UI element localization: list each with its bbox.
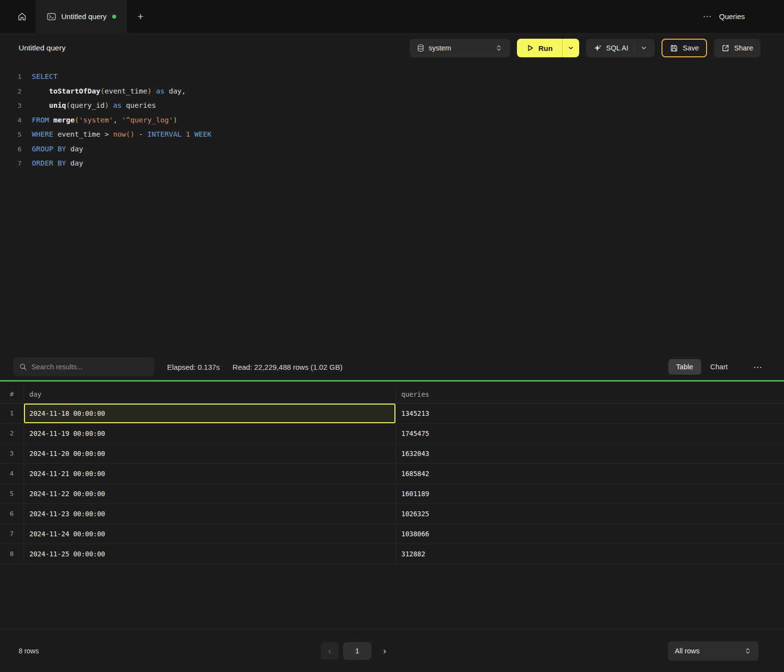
table-row: 12024-11-18 00:00:001345213 bbox=[0, 404, 784, 424]
table-cell[interactable]: 2024-11-23 00:00:00 bbox=[24, 504, 395, 524]
code-line[interactable]: 5WHERE event_time > now() - INTERVAL 1 W… bbox=[11, 127, 784, 142]
table-cell[interactable]: 2024-11-20 00:00:00 bbox=[24, 444, 395, 463]
tab-label: Untitled query bbox=[61, 12, 107, 21]
results-search[interactable] bbox=[13, 358, 154, 376]
table-cell[interactable]: 1601189 bbox=[395, 484, 784, 504]
row-count: 8 rows bbox=[19, 647, 39, 655]
code-line[interactable]: 3 uniq(query_id) as queries bbox=[11, 98, 784, 113]
sql-ai-button[interactable]: SQL AI bbox=[586, 39, 655, 57]
table-cell[interactable]: 1745475 bbox=[395, 424, 784, 443]
next-page-button[interactable]: › bbox=[376, 642, 393, 660]
new-tab-button[interactable]: + bbox=[127, 0, 154, 33]
line-number: 4 bbox=[11, 113, 28, 128]
queries-link[interactable]: Queries bbox=[719, 12, 745, 21]
home-tab[interactable] bbox=[8, 0, 36, 33]
search-input[interactable] bbox=[31, 363, 148, 371]
sql-ai-label: SQL AI bbox=[606, 44, 628, 52]
row-number[interactable]: 4 bbox=[0, 464, 24, 483]
table-row: 22024-11-19 00:00:001745475 bbox=[0, 424, 784, 444]
table-cell[interactable]: 2024-11-22 00:00:00 bbox=[24, 484, 395, 504]
tabs-overflow-button[interactable]: ⋯ bbox=[703, 11, 711, 22]
code-lines: 1SELECT2 toStartOfDay(event_time) as day… bbox=[11, 70, 784, 171]
row-number[interactable]: 1 bbox=[0, 404, 24, 423]
sql-editor[interactable]: 1SELECT2 toStartOfDay(event_time) as day… bbox=[0, 63, 784, 354]
run-options-button[interactable] bbox=[562, 39, 579, 57]
column-header-queries[interactable]: queries bbox=[395, 385, 784, 403]
results-table: #dayqueries 12024-11-18 00:00:0013452132… bbox=[0, 385, 784, 564]
chevron-down-icon bbox=[567, 45, 574, 51]
table-cell[interactable]: 1632043 bbox=[395, 444, 784, 463]
pagination: ‹ 1 › bbox=[321, 642, 393, 660]
elapsed-stat: Elapsed: 0.137s bbox=[167, 363, 220, 371]
sql-console-app: Untitled query + ⋯ Queries Untitled quer… bbox=[0, 0, 784, 672]
code-line[interactable]: 4FROM merge('system', '^query_log') bbox=[11, 113, 784, 128]
table-cell[interactable]: 2024-11-19 00:00:00 bbox=[24, 424, 395, 443]
current-page-button[interactable]: 1 bbox=[343, 642, 371, 660]
results-empty-area bbox=[0, 564, 784, 629]
table-header: #dayqueries bbox=[0, 385, 784, 404]
table-row: 42024-11-21 00:00:001685842 bbox=[0, 464, 784, 484]
database-selector-value: system bbox=[429, 44, 451, 52]
table-cell[interactable]: 1038066 bbox=[395, 524, 784, 544]
search-icon bbox=[19, 363, 27, 371]
code-line-content: toStartOfDay(event_time) as day, bbox=[32, 84, 186, 99]
table-cell[interactable]: 2024-11-25 00:00:00 bbox=[24, 544, 395, 564]
plus-icon: + bbox=[137, 11, 143, 23]
database-icon bbox=[417, 44, 424, 52]
row-number[interactable]: 5 bbox=[0, 484, 24, 504]
table-cell[interactable]: 2024-11-18 00:00:00 bbox=[24, 404, 395, 423]
table-cell[interactable]: 1026325 bbox=[395, 504, 784, 524]
chart-view-button[interactable]: Chart bbox=[703, 359, 735, 375]
table-body: 12024-11-18 00:00:00134521322024-11-19 0… bbox=[0, 404, 784, 564]
table-cell[interactable]: 312882 bbox=[395, 544, 784, 564]
save-label: Save bbox=[683, 44, 699, 52]
table-row: 62024-11-23 00:00:001026325 bbox=[0, 504, 784, 524]
row-number[interactable]: 3 bbox=[0, 444, 24, 463]
tab-untitled-query[interactable]: Untitled query bbox=[36, 0, 127, 33]
query-progress-bar bbox=[0, 380, 784, 382]
read-stat: Read: 22,229,488 rows (1.02 GB) bbox=[233, 363, 343, 371]
terminal-icon bbox=[47, 13, 56, 21]
line-number: 7 bbox=[11, 156, 28, 171]
code-line-content: FROM merge('system', '^query_log') bbox=[32, 113, 177, 128]
table-view-button[interactable]: Table bbox=[668, 359, 701, 375]
row-number[interactable]: 7 bbox=[0, 524, 24, 544]
table-cell[interactable]: 2024-11-24 00:00:00 bbox=[24, 524, 395, 544]
code-line[interactable]: 1SELECT bbox=[11, 70, 784, 84]
column-header-day[interactable]: day bbox=[24, 385, 395, 403]
table-row: 72024-11-24 00:00:001038066 bbox=[0, 524, 784, 544]
code-line[interactable]: 7ORDER BY day bbox=[11, 156, 784, 171]
line-number: 5 bbox=[11, 127, 28, 142]
rows-selector-label: All rows bbox=[675, 647, 700, 655]
code-line[interactable]: 6GROUP BY day bbox=[11, 142, 784, 157]
row-number[interactable]: 6 bbox=[0, 504, 24, 524]
share-icon bbox=[721, 44, 730, 52]
save-button[interactable]: Save bbox=[662, 39, 707, 57]
prev-page-button[interactable]: ‹ bbox=[321, 642, 339, 660]
database-selector[interactable]: system bbox=[410, 39, 510, 57]
table-cell[interactable]: 1345213 bbox=[395, 404, 784, 423]
table-row: 82024-11-25 00:00:00312882 bbox=[0, 544, 784, 564]
code-line-content: WHERE event_time > now() - INTERVAL 1 WE… bbox=[32, 127, 212, 142]
table-cell[interactable]: 1685842 bbox=[395, 464, 784, 483]
results-more-button[interactable]: ⋯ bbox=[753, 361, 762, 373]
share-label: Share bbox=[734, 44, 753, 52]
play-icon bbox=[526, 44, 534, 52]
share-button[interactable]: Share bbox=[714, 39, 760, 57]
row-number[interactable]: 8 bbox=[0, 544, 24, 564]
rows-per-page-selector[interactable]: All rows bbox=[668, 641, 759, 661]
chevron-down-icon bbox=[640, 45, 647, 51]
run-label: Run bbox=[539, 44, 553, 52]
results-toolbar: Elapsed: 0.137s Read: 22,229,488 rows (1… bbox=[0, 354, 784, 380]
button-divider bbox=[634, 43, 635, 53]
row-number[interactable]: 2 bbox=[0, 424, 24, 443]
tabbar-right: ⋯ Queries bbox=[703, 0, 784, 33]
line-number: 6 bbox=[11, 142, 28, 157]
column-header-index: # bbox=[0, 385, 24, 403]
table-row: 32024-11-20 00:00:001632043 bbox=[0, 444, 784, 464]
run-button[interactable]: Run bbox=[517, 39, 562, 57]
table-cell[interactable]: 2024-11-21 00:00:00 bbox=[24, 464, 395, 483]
code-line[interactable]: 2 toStartOfDay(event_time) as day, bbox=[11, 84, 784, 99]
home-icon bbox=[17, 12, 27, 22]
results-footer: 8 rows ‹ 1 › All rows bbox=[0, 629, 784, 672]
